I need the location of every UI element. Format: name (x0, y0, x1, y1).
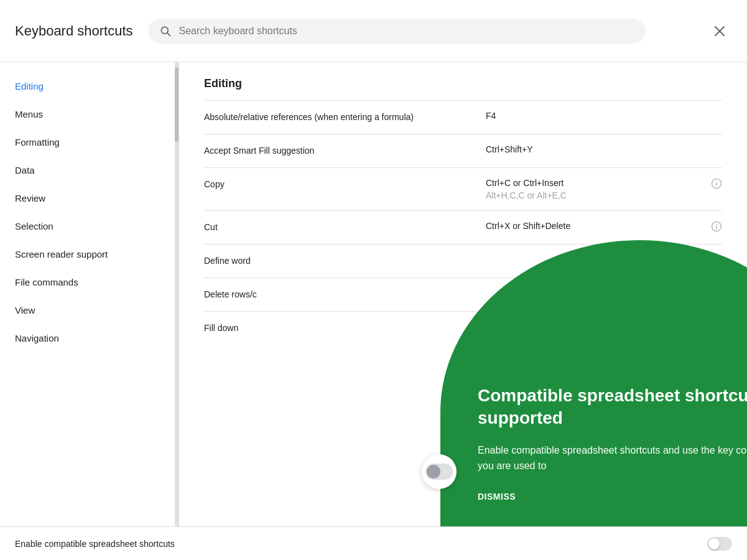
svg-line-1 (167, 32, 170, 35)
sidebar-item-editing[interactable]: Editing (0, 72, 179, 100)
dialog-body: Editing Menus Formatting Data Review Sel… (0, 62, 747, 526)
sidebar-item-review[interactable]: Review (0, 184, 179, 212)
toggle-thumb (708, 538, 720, 549)
dialog-header: Keyboard shortcuts (0, 0, 747, 62)
sidebar-scrollbar[interactable] (175, 62, 179, 526)
info-icon[interactable] (706, 221, 722, 232)
sidebar: Editing Menus Formatting Data Review Sel… (0, 62, 179, 526)
shortcut-name: Delete rows/c (204, 288, 486, 301)
search-input[interactable] (179, 26, 634, 37)
footer-toggle-wrap (707, 537, 732, 551)
sidebar-item-menus[interactable]: Menus (0, 100, 179, 128)
sidebar-item-navigation[interactable]: Navigation (0, 324, 179, 352)
section-title: Editing (204, 77, 722, 90)
shortcut-name: Accept Smart Fill suggestion (204, 144, 486, 157)
toggle-track (425, 464, 453, 480)
shortcut-row: Copy Ctrl+C or Ctrl+Insert Alt+H,C,C or … (204, 167, 722, 210)
info-icon[interactable] (706, 178, 722, 189)
sidebar-scrollbar-thumb (175, 67, 179, 142)
tooltip-body: Enable compatible spreadsheet shortcuts … (478, 442, 747, 474)
popup-toggle-button[interactable] (422, 454, 457, 489)
shortcut-key-primary: Ctrl+X or Shift+Delete (486, 221, 706, 231)
shortcut-key-primary: Ctrl+Shift+Y (486, 144, 722, 154)
svg-point-9 (716, 224, 717, 225)
sidebar-item-selection[interactable]: Selection (0, 212, 179, 240)
shortcut-key-secondary: Alt+H,C,C or Alt+E,C (486, 190, 706, 200)
tooltip-heading: Compatible spreadsheet shortcuts are sup… (478, 385, 747, 430)
svg-point-6 (716, 181, 717, 182)
shortcut-row: Accept Smart Fill suggestion Ctrl+Shift+… (204, 134, 722, 167)
dialog-title: Keyboard shortcuts (15, 23, 133, 39)
shortcut-name: Fill down (204, 322, 486, 335)
shortcut-row: Absolute/relative references (when enter… (204, 100, 722, 134)
tooltip-actions: DISMISS HELP (478, 492, 747, 502)
toggle-thumb (427, 465, 440, 478)
search-bar[interactable] (148, 19, 646, 44)
shortcut-key-primary: Ctrl+C or Ctrl+Insert (486, 178, 706, 188)
shortcut-name: Define word (204, 254, 486, 268)
tooltip-dismiss-button[interactable]: DISMISS (478, 492, 516, 502)
shortcut-keys-wrap: Ctrl+X or Shift+Delete (486, 221, 722, 232)
popup-toggle-wrap (422, 454, 457, 489)
shortcut-name: Cut (204, 221, 486, 234)
sidebar-item-file-commands[interactable]: File commands (0, 268, 179, 296)
shortcut-keys: Ctrl+X or Shift+Delete (486, 221, 706, 231)
shortcut-keys-wrap: Ctrl+C or Ctrl+Insert Alt+H,C,C or Alt+E… (486, 178, 722, 200)
sidebar-item-screen-reader[interactable]: Screen reader support (0, 240, 179, 268)
shortcut-name: Absolute/relative references (when enter… (204, 111, 486, 124)
shortcut-key-primary: F4 (486, 111, 722, 121)
search-icon (159, 25, 172, 37)
shortcut-name: Copy (204, 178, 486, 191)
footer: Enable compatible spreadsheet shortcuts (0, 526, 747, 560)
shortcut-row: Cut Ctrl+X or Shift+Delete (204, 210, 722, 244)
shortcut-keys: Ctrl+Shift+Y (486, 144, 722, 154)
shortcut-keys: Ctrl+C or Ctrl+Insert Alt+H,C,C or Alt+E… (486, 178, 706, 200)
close-button[interactable] (707, 19, 732, 44)
sidebar-item-data[interactable]: Data (0, 156, 179, 184)
footer-toggle[interactable] (707, 537, 732, 551)
shortcut-keys-wrap: F4 (486, 111, 722, 121)
shortcut-keys: F4 (486, 111, 722, 121)
sidebar-item-view[interactable]: View (0, 296, 179, 324)
main-content: Editing Absolute/relative references (wh… (179, 62, 747, 526)
sidebar-item-formatting[interactable]: Formatting (0, 128, 179, 156)
footer-text: Enable compatible spreadsheet shortcuts (15, 539, 697, 549)
shortcut-keys-wrap: Ctrl+Shift+Y (486, 144, 722, 154)
